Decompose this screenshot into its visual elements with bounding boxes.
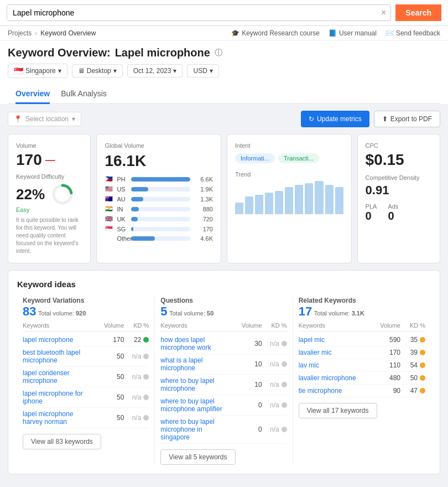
pla-box: PLA 0 [366,203,377,222]
intent-trend-card: Intent Informati... Transacti... Trend [227,134,352,263]
keyword-name: Lapel microphone [115,46,210,59]
country-filter[interactable]: 🇸🇬 Singapore ▾ [8,64,67,78]
questions-count: 5 [160,304,167,318]
search-wrapper: × [7,4,391,21]
view-all-variations-button[interactable]: View all 83 keywords [23,434,101,449]
ads-label: Ads [388,203,398,210]
currency-label: USD [193,67,207,75]
page-header: Keyword Overview: Lapel microphone ⓘ 🇸🇬 … [0,41,448,104]
clear-button[interactable]: × [377,8,390,18]
kd-dot [143,415,149,421]
keyword-link[interactable]: lavalier microphone [299,374,370,382]
questions-type: Questions [160,297,286,304]
keyword-link[interactable]: lapel microphone [23,336,93,344]
metrics-row: Volume 170 — Keyword Difficulty 22% Easy [8,134,440,263]
bar-fill-AU [131,197,143,201]
header-links: 🎓 Keyword Research course 📘 User manual … [231,29,440,37]
update-metrics-button[interactable]: ↻ Update metrics [301,111,369,127]
keyword-link[interactable]: best bluetooth lapel microphone [23,349,93,364]
keyword-ideas-card: Keyword ideas Keyword Variations 83 Tota… [8,270,440,474]
trend-bar [245,196,253,214]
bar-bg-UK [131,217,190,221]
device-filter[interactable]: 🖥 Desktop ▾ [72,64,123,77]
keyword-link[interactable]: where to buy lapel microphone in singapo… [160,418,231,441]
keyword-kd: 35 [400,336,425,344]
trend-bar [295,185,303,214]
cpc-label: CPC [366,142,432,149]
keyword-link[interactable]: lapel condenser microphone [23,369,93,385]
country-val-SG: 170 [194,226,213,232]
view-all-related-button[interactable]: View all 17 keywords [299,403,377,418]
date-filter[interactable]: Oct 12, 2023 ▾ [127,64,183,77]
kd-dot [282,341,287,346]
device-icon: 🖥 [78,67,85,75]
keyword-link[interactable]: where to buy lapel microphone [160,377,231,392]
variations-total: Total volume: 920 [38,310,86,317]
keyword-link[interactable]: how does lapel microphone work [160,336,231,351]
keyword-link[interactable]: where to buy lapel microphone amplifier [160,397,231,413]
keyword-volume: 480 [370,374,400,382]
info-icon[interactable]: ⓘ [215,48,222,58]
search-button[interactable]: Search [395,4,441,21]
country-val-IN: 880 [194,206,213,213]
variations-type: Keyword Variations [23,297,149,304]
kd-dot [143,337,149,343]
country-row: Other 4.6K [105,235,213,242]
keyword-link[interactable]: lavalier mic [299,349,370,356]
country-val-US: 1.9K [194,186,213,193]
keyword-link[interactable]: lapel microphone harvey norman [23,410,93,426]
feedback-link[interactable]: ✉️ Send feedback [386,29,440,37]
keyword-link[interactable]: tie microphone [299,387,370,395]
device-chevron: ▾ [113,67,117,75]
keyword-volume: 50 [93,353,124,360]
badge-informational: Informati... [235,153,275,163]
comp-density-value: 0.91 [366,183,432,198]
breadcrumb: Projects › Keyword Overview [8,29,96,37]
bar-bg-Other [131,236,190,241]
export-pdf-button[interactable]: ⬆ Export to PDF [374,111,440,127]
keyword-kd: n/a [262,340,287,348]
keyword-volume: 0 [232,426,262,433]
bar-fill-US [131,187,148,191]
refresh-icon: ↻ [309,115,314,123]
questions-header: Questions 5 Total volume: 50 [160,297,286,319]
keyword-link[interactable]: lav mic [299,361,370,369]
country-code-UK: UK [117,216,128,222]
location-select[interactable]: 📍 Select location ▾ [8,112,81,126]
kd-dot [420,362,425,368]
kd-dot [143,354,149,359]
trend-bar [265,193,273,214]
trend-bar [235,203,243,214]
view-all-questions-button[interactable]: View all 5 keywords [160,449,235,465]
volume-kd-card: Volume 170 — Keyword Difficulty 22% Easy [8,134,91,263]
location-placeholder: Select location [25,115,69,123]
keyword-link[interactable]: lapel mic [299,336,370,344]
currency-filter[interactable]: USD ▾ [187,64,218,77]
comp-density-label: Competitive Density [366,174,432,181]
export-icon: ⬆ [382,115,388,123]
tab-overview[interactable]: Overview [15,84,50,104]
breadcrumb-projects[interactable]: Projects [8,29,32,37]
kd-value: 22% [16,182,82,206]
trend-bar [305,183,313,214]
trend-label: Trend [235,171,343,178]
keyword-volume: 590 [370,336,400,344]
bar-bg-PH [131,177,190,182]
keyword-kd: 50 [400,374,425,382]
country-val-Other: 4.6K [194,235,213,242]
related-total: Total volume: 3.1K [314,310,364,317]
top-bar: × Search [0,0,448,26]
intent-badges: Informati... Transacti... [235,153,343,163]
search-input[interactable] [7,5,377,20]
manual-link[interactable]: 📘 User manual [329,29,377,37]
keyword-kd: n/a [262,360,287,368]
pla-label: PLA [366,203,377,210]
cpc-value: $0.15 [366,151,432,169]
course-link[interactable]: 🎓 Keyword Research course [231,29,320,37]
keyword-link[interactable]: lapel microphone for iphone [23,390,93,405]
keyword-kd: n/a [262,401,287,409]
variations-rows: lapel microphone 170 22 best bluetooth l… [23,334,149,428]
tab-bulk-analysis[interactable]: Bulk Analysis [61,84,106,104]
keyword-link[interactable]: what is a lapel microphone [160,356,231,372]
table-row: lav mic 110 54 [299,359,425,372]
